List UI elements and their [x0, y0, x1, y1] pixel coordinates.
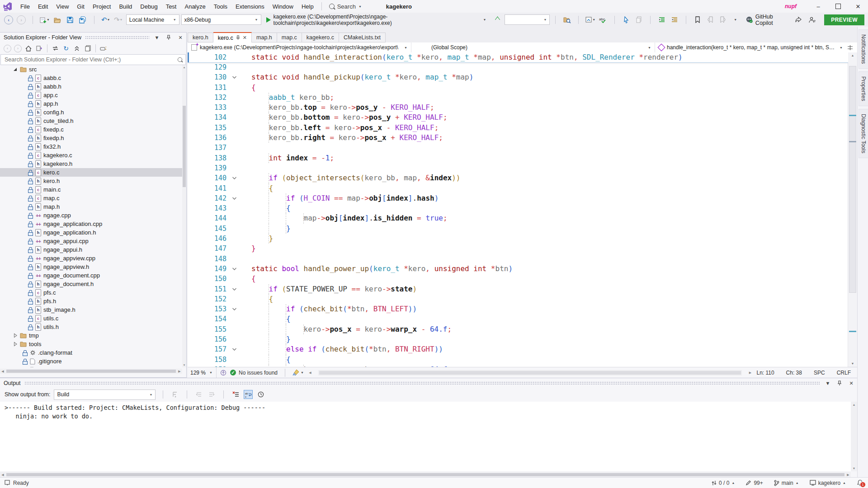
close-button[interactable]: ✕ — [848, 0, 868, 13]
live-share-person-icon[interactable] — [806, 14, 818, 25]
eol-indicator[interactable]: CRLF — [837, 370, 851, 376]
line-indicator[interactable]: Ln: 110 — [756, 370, 774, 376]
history-clock-icon[interactable] — [256, 390, 265, 399]
fold-chevron-icon[interactable] — [232, 304, 241, 314]
menu-extensions[interactable]: Extensions — [231, 0, 269, 13]
tree-item-kero.c[interactable]: ckero.c — [0, 168, 182, 177]
copy-button[interactable] — [633, 14, 645, 25]
solution-explorer-search-input[interactable] — [4, 56, 177, 63]
tree-item-map.h[interactable]: hmap.h — [0, 202, 182, 211]
se-back-icon[interactable]: ‹ — [4, 45, 11, 52]
zoom-level-select[interactable]: 129 % — [190, 370, 206, 376]
next-message-icon[interactable] — [207, 390, 216, 399]
fold-chevron-icon[interactable] — [232, 264, 241, 274]
tree-item-config.h[interactable]: hconfig.h — [0, 108, 182, 117]
tree-item-tmp[interactable]: tmp — [0, 331, 182, 340]
tab-kero.h[interactable]: kero.h — [188, 33, 213, 42]
menu-edit[interactable]: Edit — [34, 0, 52, 13]
pin-icon[interactable] — [236, 35, 240, 40]
peek-definition-button[interactable]: ▼ — [584, 14, 596, 25]
scroll-left-icon[interactable]: ◀ — [307, 371, 313, 375]
tree-item-app.c[interactable]: capp.c — [0, 91, 182, 99]
tree-item-ngage_application.cpp[interactable]: ++ngage_application.cpp — [0, 220, 182, 228]
tree-item-ngage_appui.cpp[interactable]: ++ngage_appui.cpp — [0, 237, 182, 245]
menu-build[interactable]: Build — [115, 0, 136, 13]
github-copilot-button[interactable]: GitHub Copilot — [743, 14, 791, 26]
menu-analyze[interactable]: Analyze — [180, 0, 209, 13]
code-line-158[interactable]: 158{ — [188, 355, 848, 365]
tree-item-pfs.h[interactable]: hpfs.h — [0, 297, 182, 305]
tree-item-ngage.cpp[interactable]: ++ngage.cpp — [0, 211, 182, 220]
code-line-102[interactable]: 102static void handle_interaction(kero_t… — [188, 52, 848, 62]
preview-button[interactable]: PREVIEW — [824, 14, 864, 25]
collapsed-arrow-icon[interactable] — [14, 333, 18, 338]
code-line-145[interactable]: 145} — [188, 224, 848, 234]
code-line-143[interactable]: 143{ — [188, 203, 848, 213]
navigate-back-button[interactable]: ‹ — [3, 14, 14, 25]
side-tab-notifications[interactable]: Notifications — [859, 29, 868, 69]
code-line-154[interactable]: 154{ — [188, 314, 848, 324]
solution-explorer-horizontal-scrollbar[interactable]: ◀▶ — [0, 369, 182, 374]
tree-item-app.h[interactable]: happ.h — [0, 99, 182, 108]
tree-item-stb_image.h[interactable]: hstb_image.h — [0, 305, 182, 314]
clear-all-icon[interactable] — [231, 390, 240, 399]
code-line-144[interactable]: 144map->obj[index].is_hidden = true; — [188, 213, 848, 223]
fold-chevron-icon[interactable] — [232, 173, 241, 183]
tree-item-.gitignore[interactable]: .gitignore — [0, 357, 182, 366]
tree-item-tools[interactable]: tools — [0, 340, 182, 348]
sticky-scroll-line[interactable]: 102static void handle_interaction(kero_t… — [188, 52, 848, 63]
code-line-142[interactable]: 142if (H_COIN == map->obj[index].hash) — [188, 193, 848, 203]
current-branch-indicator[interactable]: main▲ — [774, 480, 799, 486]
previous-bookmark-button[interactable] — [704, 14, 716, 25]
properties-icon[interactable] — [84, 45, 92, 52]
window-position-menu-icon[interactable]: ▼ — [824, 380, 832, 387]
start-debugging-button[interactable]: kagekero.exe (C:\Development\Projects\ng… — [263, 14, 490, 25]
menu-git[interactable]: Git — [73, 0, 89, 13]
output-source-select[interactable]: Build▼ — [54, 389, 156, 400]
tree-item-ngage_appview.h[interactable]: hngage_appview.h — [0, 263, 182, 271]
tree-item-cute_tiled.h[interactable]: hcute_tiled.h — [0, 117, 182, 125]
save-all-button[interactable] — [77, 14, 89, 25]
code-line-130[interactable]: 130static void handle_pickup(kero_t *ker… — [188, 72, 848, 82]
tab-map.c[interactable]: map.c — [277, 33, 302, 42]
tree-item-fixedp.h[interactable]: hfixedp.h — [0, 134, 182, 142]
drag-handle[interactable] — [85, 36, 149, 40]
editor-vertical-scrollbar[interactable]: ▲ ▼ — [848, 52, 857, 367]
collapsed-arrow-icon[interactable] — [14, 342, 18, 347]
tab-kagekero.c[interactable]: kagekero.c — [302, 33, 339, 42]
tree-item-pfs.c[interactable]: cpfs.c — [0, 288, 182, 297]
code-line-141[interactable]: 141{ — [188, 183, 848, 193]
fold-chevron-icon[interactable] — [232, 72, 241, 82]
sync-with-active-document-icon[interactable] — [51, 45, 59, 52]
menu-tools[interactable]: Tools — [210, 0, 231, 13]
code-line-136[interactable]: 136kero_bb.right = kero->pos_x + KERO_HA… — [188, 133, 848, 143]
code-line-148[interactable]: 148 — [188, 254, 848, 264]
close-icon[interactable]: ✕ — [176, 34, 184, 41]
increase-indent-button[interactable] — [669, 14, 680, 25]
tree-item-src[interactable]: src — [0, 65, 182, 74]
solution-explorer-search[interactable] — [0, 54, 186, 65]
tree-item-fixedp.c[interactable]: cfixedp.c — [0, 125, 182, 134]
menu-help[interactable]: Help — [297, 0, 318, 13]
tree-item-ngage_appui.h[interactable]: hngage_appui.h — [0, 245, 182, 254]
accessibility-icon[interactable] — [220, 370, 226, 376]
code-line-139[interactable]: 139 — [188, 163, 848, 173]
pin-icon[interactable] — [835, 380, 844, 387]
indent-mode-indicator[interactable]: SPC — [814, 370, 825, 376]
previous-message-icon[interactable] — [194, 390, 203, 399]
menu-debug[interactable]: Debug — [136, 0, 161, 13]
menu-view[interactable]: View — [52, 0, 73, 13]
window-position-menu-icon[interactable]: ▼ — [153, 34, 161, 41]
split-window-icon[interactable] — [846, 42, 857, 52]
toolbar-overflow-button[interactable]: ▼ — [730, 14, 741, 25]
document-health-indicator[interactable]: ✓ No issues found — [230, 370, 278, 376]
home-icon[interactable] — [24, 45, 33, 52]
scope-dropdown[interactable]: (Global Scope) ▼ — [411, 42, 655, 52]
close-icon[interactable]: ✕ — [847, 380, 855, 387]
tab-CMakeLists.txt[interactable]: CMakeLists.txt — [339, 33, 386, 42]
code-line-157[interactable]: 157else if (check_bit(*btn, BTN_RIGHT)) — [188, 344, 848, 354]
toolbar-empty-combo[interactable]: ▼ — [505, 14, 550, 25]
maximize-button[interactable] — [828, 0, 848, 13]
code-line-133[interactable]: 133kero_bb.top = kero->pos_y - KERO_HALF… — [188, 103, 848, 113]
menu-file[interactable]: File — [16, 0, 34, 13]
